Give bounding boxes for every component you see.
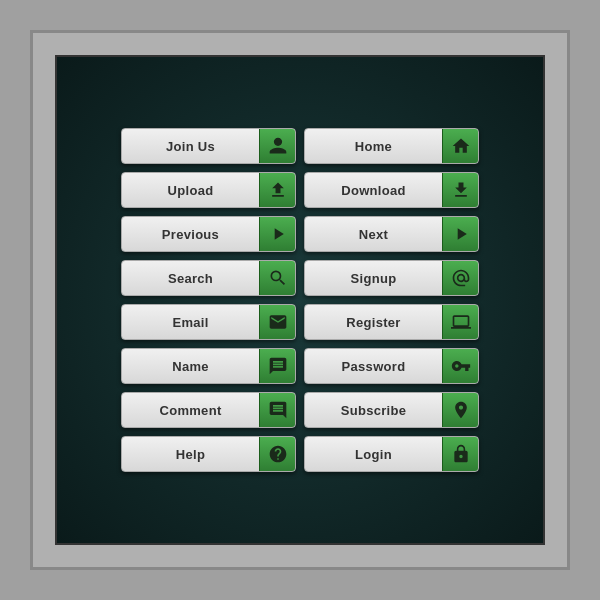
button-label: Subscribe	[305, 403, 442, 418]
comment-button[interactable]: Comment	[121, 392, 296, 428]
button-label: Comment	[122, 403, 259, 418]
button-label: Password	[305, 359, 442, 374]
arrow-right-icon	[259, 216, 295, 252]
button-label: Previous	[122, 227, 259, 242]
home-icon	[442, 128, 478, 164]
download-button[interactable]: Download	[304, 172, 479, 208]
subscribe-icon	[442, 392, 478, 428]
home-button[interactable]: Home	[304, 128, 479, 164]
chat-icon	[259, 348, 295, 384]
person-icon	[259, 128, 295, 164]
next-button[interactable]: Next	[304, 216, 479, 252]
join-us-button[interactable]: Join Us	[121, 128, 296, 164]
button-label: Join Us	[122, 139, 259, 154]
key-icon	[442, 348, 478, 384]
button-label: Email	[122, 315, 259, 330]
signup-button[interactable]: Signup	[304, 260, 479, 296]
upload-button[interactable]: Upload	[121, 172, 296, 208]
register-button[interactable]: Register	[304, 304, 479, 340]
download-icon	[442, 172, 478, 208]
question-icon	[259, 436, 295, 472]
laptop-icon	[442, 304, 478, 340]
button-label: Register	[305, 315, 442, 330]
email-button[interactable]: Email	[121, 304, 296, 340]
outer-frame: Join Us Home Upload Download Previous Ne…	[30, 30, 570, 570]
comment-icon	[259, 392, 295, 428]
button-label: Home	[305, 139, 442, 154]
button-label: Search	[122, 271, 259, 286]
lock-icon	[442, 436, 478, 472]
search-button[interactable]: Search	[121, 260, 296, 296]
subscribe-button[interactable]: Subscribe	[304, 392, 479, 428]
button-label: Upload	[122, 183, 259, 198]
button-label: Name	[122, 359, 259, 374]
button-label: Next	[305, 227, 442, 242]
inner-panel: Join Us Home Upload Download Previous Ne…	[55, 55, 545, 545]
button-label: Signup	[305, 271, 442, 286]
previous-button[interactable]: Previous	[121, 216, 296, 252]
search-icon	[259, 260, 295, 296]
button-label: Login	[305, 447, 442, 462]
arrow-right-icon	[442, 216, 478, 252]
login-button[interactable]: Login	[304, 436, 479, 472]
button-label: Help	[122, 447, 259, 462]
email-icon	[259, 304, 295, 340]
button-label: Download	[305, 183, 442, 198]
at-icon	[442, 260, 478, 296]
password-button[interactable]: Password	[304, 348, 479, 384]
button-grid: Join Us Home Upload Download Previous Ne…	[101, 108, 499, 492]
name-button[interactable]: Name	[121, 348, 296, 384]
help-button[interactable]: Help	[121, 436, 296, 472]
upload-icon	[259, 172, 295, 208]
